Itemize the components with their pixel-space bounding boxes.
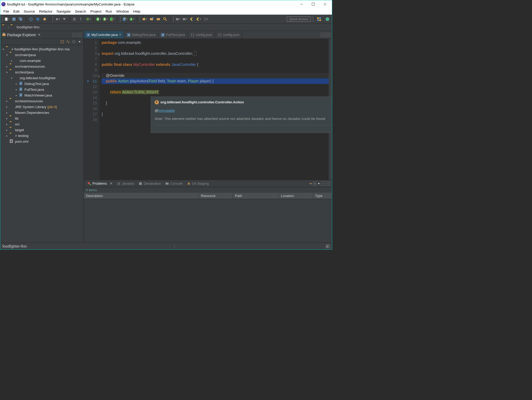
menu-window[interactable]: Window (114, 9, 131, 14)
java-perspective-button[interactable] (316, 16, 322, 22)
tree-matchviewer[interactable]: ▸MatchViewer.java (0, 92, 84, 98)
view-menu-icon[interactable] (78, 40, 82, 44)
toolbar-grip[interactable] (173, 16, 174, 22)
toolbar-grip[interactable] (2, 16, 3, 22)
run-button[interactable] (96, 17, 101, 22)
new-class-button[interactable]: + (129, 17, 134, 22)
search-button[interactable] (163, 17, 168, 22)
toolbar-icon-2[interactable] (35, 17, 40, 22)
menu-navigate[interactable]: Navigate (55, 9, 73, 14)
close-view-icon[interactable]: ✕ (38, 33, 41, 37)
tab-javadoc[interactable]: @Javadoc (115, 180, 137, 187)
package-tree[interactable]: ▾> foodfighter-finn [foodfighter-finn ma… (0, 45, 84, 243)
tree-project-root[interactable]: ▾> foodfighter-finn [foodfighter-finn ma (0, 46, 84, 52)
collapse-all-icon[interactable] (60, 40, 65, 44)
maximize-view-button[interactable]: □ (78, 33, 82, 37)
tab-mycontroller[interactable]: JMyController.java✕ (84, 31, 124, 39)
external-tools-button[interactable] (109, 17, 115, 22)
tree-debugtest[interactable]: ▸DebugTest.java (0, 81, 84, 87)
toolbar-icon-5[interactable] (62, 17, 67, 22)
quick-access-input[interactable]: Quick Access (287, 17, 311, 22)
col-resource[interactable]: Resource (199, 193, 233, 199)
minimize-view-button[interactable]: — (321, 182, 325, 186)
menu-project[interactable]: Project (88, 9, 103, 14)
tree-src-test-java[interactable]: ▾src/test/java (0, 69, 84, 75)
toolbar-grip[interactable] (139, 16, 140, 22)
code-content[interactable]: package com.example; import org.bitbrawl… (100, 39, 329, 180)
new-java-button[interactable] (122, 17, 128, 22)
rss-icon[interactable] (326, 244, 330, 248)
tree-com-example[interactable]: ▸com.example (0, 58, 84, 63)
toolbar-grip[interactable] (120, 16, 121, 22)
toolbar-icon-4[interactable] (55, 17, 60, 22)
annotation-strip[interactable] (84, 39, 87, 180)
tab-console[interactable]: Console (163, 180, 185, 187)
back-button[interactable] (189, 17, 194, 22)
save-button[interactable] (11, 17, 17, 22)
col-description[interactable]: Description (84, 193, 199, 199)
tree-org-bitbrawl[interactable]: ▾org.bitbrawl.foodfighter (0, 75, 84, 81)
breadcrumb-project[interactable]: foodfighter-finn (17, 25, 39, 29)
tree-pom[interactable]: ⎘pom.xml (0, 138, 84, 144)
filter-icon[interactable]: ⇥ (309, 182, 312, 186)
focus-icon[interactable] (72, 40, 76, 44)
menu-run[interactable]: Run (103, 9, 114, 14)
toolbar-annotation-nav-2[interactable] (182, 17, 187, 22)
menu-refactor[interactable]: Refactor (37, 9, 55, 14)
tree-target[interactable]: ▸target (0, 127, 84, 133)
tab-declaration[interactable]: Declaration (137, 180, 163, 187)
toolbar-icon-3[interactable] (42, 17, 47, 22)
coverage-button[interactable] (103, 17, 108, 22)
debug-button[interactable] (86, 17, 91, 22)
menu-file[interactable]: File (1, 9, 11, 14)
code-editor[interactable]: 123789101112131415161718 package com.exa… (84, 39, 332, 180)
toolbar-icon-6[interactable] (72, 17, 77, 22)
tab-debugtest[interactable]: JDebugTest.java (124, 31, 158, 39)
maximize-view-button[interactable]: □ (326, 182, 330, 186)
link-editor-icon[interactable] (66, 40, 70, 44)
tab-config-2[interactable]: {}config.json (215, 31, 242, 39)
toolbar-grip[interactable] (312, 16, 314, 22)
toolbar-icon-1[interactable] (28, 17, 34, 22)
tab-fulltest[interactable]: JFullTest.java (158, 31, 188, 39)
save-all-button[interactable] (18, 17, 23, 22)
minimize-view-button[interactable]: — (72, 33, 77, 37)
toolbar-paragraph-icon[interactable]: ¶ (79, 17, 84, 22)
close-button[interactable] (319, 0, 331, 8)
status-menu-icon[interactable]: ⋮ (173, 244, 176, 248)
tab-git-staging[interactable]: Git Staging (185, 180, 211, 187)
tree-lib[interactable]: ▸lib (0, 115, 84, 121)
toolbar-annotation-nav-1[interactable] (175, 17, 181, 22)
tree-src-main-resources[interactable]: ▸src/main/resources (0, 63, 84, 69)
line-number-gutter[interactable]: 123789101112131415161718 (87, 39, 100, 180)
tree-src[interactable]: ▸src (0, 121, 84, 127)
tree-src-main-java[interactable]: ▾src/main/java (0, 52, 84, 58)
problems-table-body[interactable] (84, 199, 332, 243)
minimize-editor-button[interactable]: — (321, 33, 325, 37)
tab-config-1[interactable]: {}config.json (188, 31, 215, 39)
minimize-button[interactable] (295, 0, 307, 8)
toolbar-folder-icon[interactable] (156, 17, 161, 22)
maximize-editor-button[interactable]: □ (326, 33, 330, 37)
maximize-button[interactable] (307, 0, 319, 8)
tree-jre[interactable]: ▸JRE System Library[jdk-9] (0, 104, 84, 110)
open-task-button[interactable] (149, 17, 154, 22)
menu-search[interactable]: Search (73, 9, 88, 14)
tree-fulltest[interactable]: ▸FullTest.java (0, 87, 84, 92)
immutable-link[interactable]: Immutable (158, 109, 175, 113)
menu-help[interactable]: Help (131, 9, 143, 14)
home-icon[interactable] (2, 25, 7, 29)
col-path[interactable]: Path (233, 193, 279, 199)
col-type[interactable]: Type (313, 193, 332, 199)
menu-source[interactable]: Source (22, 9, 37, 14)
tree-testing[interactable]: ▸> testing (0, 133, 84, 138)
forward-button[interactable] (203, 17, 208, 22)
back-history-button[interactable] (196, 17, 201, 22)
close-tab-icon[interactable]: ✕ (119, 33, 121, 36)
debug-perspective-button[interactable] (325, 16, 330, 22)
tree-maven[interactable]: ▸Maven Dependencies (0, 110, 84, 115)
open-type-button[interactable] (142, 17, 147, 22)
focus-view-button[interactable]: ⊡ (313, 182, 317, 186)
col-location[interactable]: Location (279, 193, 313, 199)
new-button[interactable] (4, 17, 10, 22)
